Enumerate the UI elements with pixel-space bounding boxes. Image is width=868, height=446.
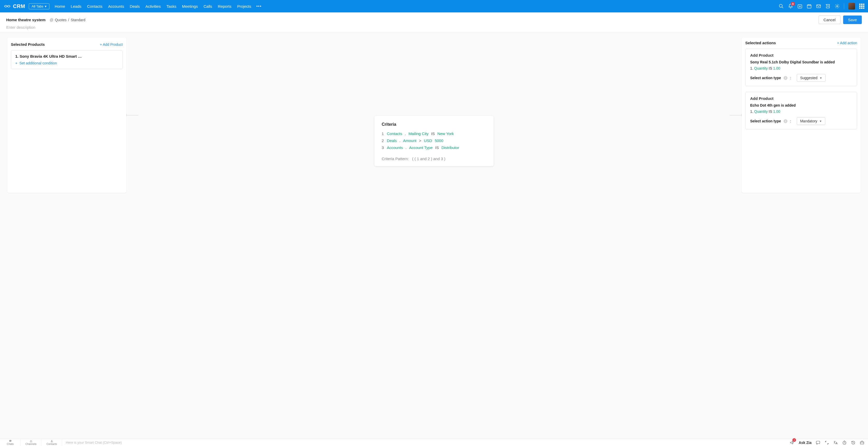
criteria-value-3[interactable]: Distributor <box>441 145 459 150</box>
add-product-link[interactable]: + Add Product <box>100 42 123 46</box>
action-desc-1: Sony Real 5.1ch Dolby Digital Soundbar i… <box>750 60 852 64</box>
nav-calls[interactable]: Calls <box>204 4 212 8</box>
notification-badge: 8 <box>791 2 795 6</box>
crumb-sep: / <box>68 18 69 22</box>
description-row <box>0 25 868 33</box>
connector-cap-left <box>126 114 127 116</box>
criteria-field-2[interactable]: Amount <box>403 138 417 143</box>
sub-header: Home theatre system @ Quotes / Standard … <box>0 12 868 25</box>
criteria-row-2: 2 Deals . Amount > USD 5000 <box>382 138 486 143</box>
action-card-2[interactable]: Add Product Echo Dot 4th gen is added 1.… <box>745 92 857 129</box>
connector-cap-right <box>741 114 742 116</box>
action-heading-1: Add Product <box>750 53 852 58</box>
top-nav: CRM All Tabs ▾ Home Leads Contacts Accou… <box>0 0 868 12</box>
nav-reports[interactable]: Reports <box>218 4 231 8</box>
action-type-dropdown-2[interactable]: Mandatory ▼ <box>797 117 825 125</box>
svg-rect-2 <box>807 5 811 8</box>
criteria-module-3[interactable]: Accounts <box>387 145 403 150</box>
action-type-label-1: Select action type <box>750 76 781 80</box>
criteria-pattern: Criteria Pattern: ( ( 1 and 2 ) and 3 ) <box>382 157 486 161</box>
nav-tasks[interactable]: Tasks <box>166 4 176 8</box>
criteria-module-2[interactable]: Deals <box>387 138 397 143</box>
avatar[interactable] <box>848 3 855 9</box>
connector-line-left <box>126 115 138 115</box>
bell-icon[interactable]: 8 <box>788 4 793 9</box>
all-tabs-label: All Tabs <box>32 4 43 8</box>
product-card[interactable]: 1. Sony Bravia 4K Ultra HD Smart … + Set… <box>11 50 123 69</box>
action-line-2: 1. Quantity IS 1.00 <box>750 109 852 113</box>
crumb-module[interactable]: Quotes <box>55 18 67 22</box>
nav-deals[interactable]: Deals <box>130 4 140 8</box>
nav-projects[interactable]: Projects <box>237 4 251 8</box>
nav-more-icon[interactable]: ••• <box>256 4 262 8</box>
breadcrumb: @ Quotes / Standard <box>50 18 86 22</box>
action-type-label-2: Select action type <box>750 119 781 123</box>
action-line-1: 1. Quantity IS 1.00 <box>750 66 852 70</box>
chats-tab[interactable]: Chats <box>0 439 21 440</box>
nav-utility-icons: 8 <box>779 3 864 9</box>
contacts-tab[interactable]: Contacts <box>41 439 62 440</box>
add-action-link[interactable]: + Add action <box>837 41 857 45</box>
criteria-currency-2[interactable]: USD <box>424 138 432 143</box>
selected-products-title: Selected Products <box>11 42 45 46</box>
bottom-bar: Chats Channels Contacts Here is your Sma… <box>0 439 868 440</box>
criteria-card[interactable]: Criteria 1 Contacts . Mailing City IS Ne… <box>374 116 494 166</box>
nav-activities[interactable]: Activities <box>146 4 161 8</box>
header-actions: Cancel Save <box>818 15 862 24</box>
set-condition-link[interactable]: + Set additional condition <box>15 61 57 65</box>
criteria-value-1[interactable]: New York <box>437 131 454 136</box>
cancel-button[interactable]: Cancel <box>818 15 841 24</box>
add-icon[interactable] <box>797 4 803 9</box>
calendar-icon[interactable] <box>807 4 812 9</box>
action-desc-2: Echo Dot 4th gen is added <box>750 103 852 107</box>
action-heading-2: Add Product <box>750 96 852 101</box>
bottom-tabs: Chats Channels Contacts <box>0 439 62 440</box>
crumb-layout[interactable]: Standard <box>71 18 86 22</box>
selected-actions-title: Selected actions <box>745 41 776 45</box>
logo-icon <box>4 4 11 9</box>
nav-links: Home Leads Contacts Accounts Deals Activ… <box>55 4 251 8</box>
store-icon[interactable] <box>825 4 831 9</box>
all-tabs-dropdown[interactable]: All Tabs ▾ <box>29 3 50 9</box>
chevron-down-icon: ▼ <box>819 76 822 79</box>
nav-home[interactable]: Home <box>55 4 65 8</box>
svg-point-0 <box>779 4 782 7</box>
save-button[interactable]: Save <box>843 15 862 24</box>
page-title: Home theatre system <box>6 18 45 22</box>
action-card-1[interactable]: Add Product Sony Real 5.1ch Dolby Digita… <box>745 48 857 86</box>
rule-canvas: Selected Products + Add Product 1. Sony … <box>0 33 868 440</box>
nav-contacts[interactable]: Contacts <box>87 4 102 8</box>
logo[interactable]: CRM <box>4 3 25 9</box>
description-input[interactable] <box>6 25 110 30</box>
svg-point-4 <box>837 6 838 7</box>
chevron-down-icon: ▼ <box>819 120 822 123</box>
criteria-title: Criteria <box>382 122 486 127</box>
nav-leads[interactable]: Leads <box>71 4 81 8</box>
brand-text: CRM <box>13 3 25 9</box>
gear-icon[interactable] <box>835 4 840 9</box>
selected-actions-panel: Selected actions + Add action Add Produc… <box>742 37 861 193</box>
selected-products-panel: Selected Products + Add Product 1. Sony … <box>7 37 126 193</box>
criteria-module-1[interactable]: Contacts <box>387 131 402 136</box>
search-icon[interactable] <box>779 4 784 9</box>
mail-icon[interactable] <box>816 4 821 9</box>
info-icon[interactable]: i <box>783 119 787 123</box>
action-type-dropdown-1[interactable]: Suggested ▼ <box>797 74 826 82</box>
criteria-field-3[interactable]: Account Type <box>409 145 433 150</box>
at-symbol: @ <box>50 18 53 22</box>
chevron-down-icon: ▾ <box>45 4 46 8</box>
connector-area: Criteria 1 Contacts . Mailing City IS Ne… <box>126 37 742 193</box>
action-type-row-1: Select action type i : Suggested ▼ <box>750 74 852 82</box>
nav-meetings[interactable]: Meetings <box>182 4 198 8</box>
product-name: 1. Sony Bravia 4K Ultra HD Smart … <box>15 54 118 59</box>
info-icon[interactable]: i <box>783 76 787 80</box>
action-type-row-2: Select action type i : Mandatory ▼ <box>750 117 852 125</box>
criteria-value-2[interactable]: 5000 <box>435 138 443 143</box>
apps-grid-icon[interactable] <box>859 4 864 9</box>
nav-accounts[interactable]: Accounts <box>108 4 124 8</box>
criteria-field-1[interactable]: Mailing City <box>408 131 429 136</box>
channels-tab[interactable]: Channels <box>21 439 41 440</box>
criteria-row-1: 1 Contacts . Mailing City IS New York <box>382 131 486 136</box>
connector-line-right <box>730 115 742 115</box>
criteria-row-3: 3 Accounts . Account Type IS Distributor <box>382 145 486 150</box>
